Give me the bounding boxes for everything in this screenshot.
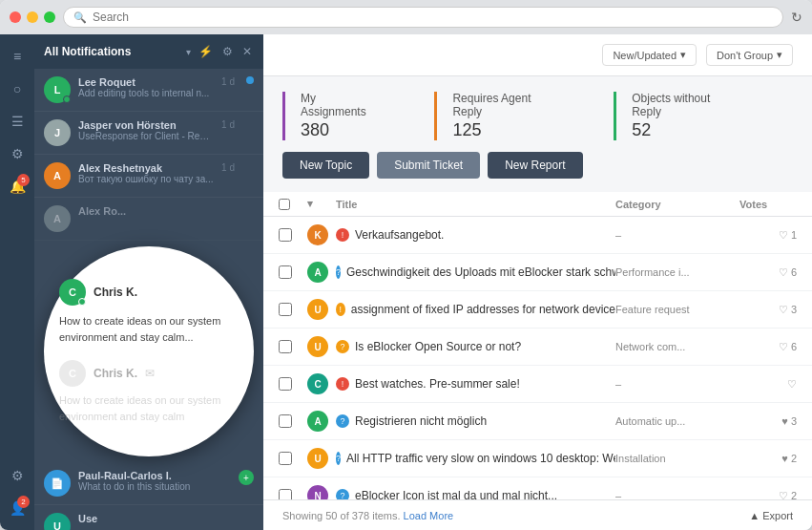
stats-row: My Assignments 380 Requires Agent Reply … xyxy=(263,76,812,152)
stat-without-reply[interactable]: Objects without Reply 52 xyxy=(614,92,764,140)
notif-name-alex: Alex Reshetnyak xyxy=(78,162,214,174)
sidebar-gear-button[interactable]: ⚙ xyxy=(3,461,31,490)
row-checkbox-8[interactable] xyxy=(279,489,292,499)
notif-text-alex: Вот такую ошибку по чату за... xyxy=(78,174,214,184)
unread-dot xyxy=(246,76,254,84)
row-category-7: Installation xyxy=(615,453,739,464)
search-input[interactable] xyxy=(93,11,773,24)
sidebar-home-button[interactable]: ○ xyxy=(3,74,31,103)
row-title-7: ? All HTTP traffic very slow on windows … xyxy=(336,452,615,465)
row-votes-8: ♡ 2 xyxy=(739,490,797,500)
table-header: ▾ Title Category Votes xyxy=(263,192,812,217)
refresh-button[interactable]: ↻ xyxy=(791,10,802,25)
stat-value-noreply: 52 xyxy=(632,120,741,140)
content-topbar: New/Updated ▾ Don't Group ▾ xyxy=(263,34,812,76)
expanded-item-2[interactable]: C Chris K. ✉ xyxy=(59,360,155,387)
row-votes-4: ♡ 6 xyxy=(739,341,797,353)
notif-item-paul[interactable]: 📄 Paul-Raul-Carlos I. What to do in this… xyxy=(34,462,263,505)
notif-bolt-button[interactable]: ⚡ xyxy=(197,43,215,60)
row-avatar-1: K xyxy=(307,224,328,245)
th-filter[interactable]: ▾ xyxy=(307,198,336,210)
row-category-6: Automatic up... xyxy=(615,415,739,427)
minimize-button[interactable] xyxy=(27,11,38,23)
sidebar-settings-button[interactable]: ⚙ xyxy=(3,139,31,168)
row-title-6: ? Registrieren nicht möglich xyxy=(336,414,615,428)
unread-dot-3 xyxy=(246,162,254,170)
row-votes-7: ♥ 2 xyxy=(739,453,797,464)
notifications-panel: All Notifications ▾ ⚡ ⚙ ✕ L Lee Roquet A… xyxy=(34,34,263,530)
row-votes-6: ♥ 3 xyxy=(739,415,797,427)
sidebar-user-button[interactable]: 👤 2 xyxy=(3,494,31,522)
notif-name-paul: Paul-Raul-Carlos I. xyxy=(78,470,227,481)
new-updated-filter[interactable]: New/Updated ▾ xyxy=(602,44,697,66)
stat-label-noreply: Objects without Reply xyxy=(632,92,741,118)
table-row[interactable]: U ! assignment of fixed IP addresses for… xyxy=(263,291,812,329)
email-icon: ✉ xyxy=(145,367,155,380)
maximize-button[interactable] xyxy=(44,11,55,23)
sidebar-bell-button[interactable]: 🔔 5 xyxy=(3,172,31,201)
online-indicator xyxy=(63,95,71,103)
notif-content-paul: Paul-Raul-Carlos I. What to do in this s… xyxy=(78,470,227,492)
avatar-jasper: J xyxy=(44,119,71,146)
expanded-name-1: Chris K. xyxy=(94,286,137,299)
notif-item-jasper[interactable]: J Jasper von Hörsten UseResponse for Cli… xyxy=(34,112,263,155)
notif-item-alexro[interactable]: A Alex Ro... xyxy=(34,198,263,241)
notif-text-paul: What to do in this situation xyxy=(78,481,227,492)
table-row[interactable]: A ? Registrieren nicht möglich Automatic… xyxy=(263,403,812,440)
title-bar: 🔍 ↻ xyxy=(0,0,812,34)
table-row[interactable]: U ? Is eBlocker Open Source or not? Netw… xyxy=(263,329,812,366)
notif-time-jasper: 1 d xyxy=(221,119,235,130)
table-row[interactable]: C ! Best watches. Pre-summer sale! – ♡ xyxy=(263,366,812,403)
footer-info: Showing 50 of 378 items. Load More xyxy=(282,510,453,521)
new-topic-button[interactable]: New Topic xyxy=(282,152,369,179)
notif-item-lee[interactable]: L Lee Roquet Add editing tools to intern… xyxy=(34,69,263,112)
load-more-link[interactable]: Load More xyxy=(404,510,454,521)
close-button[interactable] xyxy=(10,11,21,23)
notif-content-alex: Alex Reshetnyak Вот такую ошибку по чату… xyxy=(78,162,214,184)
row-checkbox-4[interactable] xyxy=(279,340,292,353)
submit-ticket-button[interactable]: Submit Ticket xyxy=(377,152,480,179)
row-votes-2: ♡ 6 xyxy=(739,266,797,279)
stat-requires-reply[interactable]: Requires Agent Reply 125 xyxy=(434,92,585,140)
row-title-8: ? eBlocker Icon ist mal da und mal nicht… xyxy=(336,489,615,499)
sidebar-list-button[interactable]: ☰ xyxy=(3,107,31,136)
search-icon: 🔍 xyxy=(73,11,87,24)
row-checkbox-2[interactable] xyxy=(279,265,292,279)
export-button[interactable]: ▲ Export xyxy=(749,510,793,521)
add-button[interactable]: + xyxy=(239,470,254,485)
notif-settings-button[interactable]: ⚙ xyxy=(220,43,235,60)
row-checkbox-7[interactable] xyxy=(279,452,292,465)
export-arrow: ▲ xyxy=(749,510,760,521)
expanded-text-2: How to create ideas on our system enviro… xyxy=(59,392,239,424)
sidebar-menu-button[interactable]: ≡ xyxy=(3,42,31,71)
new-report-button[interactable]: New Report xyxy=(488,152,582,179)
notif-text-lee: Add editing tools to internal n... xyxy=(78,88,214,98)
row-category-3: Feature request xyxy=(615,304,739,315)
avatar-use: U xyxy=(44,513,71,530)
row-category-8: – xyxy=(615,490,739,499)
notif-close-button[interactable]: ✕ xyxy=(240,43,254,60)
row-checkbox-1[interactable] xyxy=(279,228,292,242)
row-avatar-2: A xyxy=(307,262,328,283)
table-row[interactable]: K ! Verkaufsangebot. – ♡ 1 xyxy=(263,217,812,254)
notif-content-lee: Lee Roquet Add editing tools to internal… xyxy=(78,76,214,98)
row-checkbox-5[interactable] xyxy=(279,377,292,391)
notification-badge: 5 xyxy=(17,174,30,186)
th-votes: Votes xyxy=(739,198,797,210)
notif-name-alexro: Alex Ro... xyxy=(78,205,254,217)
stat-my-assignments[interactable]: My Assignments 380 xyxy=(282,92,406,140)
dont-group-btn[interactable]: Don't Group ▾ xyxy=(706,44,793,66)
expanded-item-1[interactable]: C Chris K. xyxy=(59,279,137,306)
expanded-name-2: Chris K. xyxy=(94,367,137,380)
select-all-checkbox[interactable] xyxy=(279,199,290,210)
dropdown-arrow: ▾ xyxy=(186,47,191,57)
row-checkbox-3[interactable] xyxy=(279,303,292,316)
table-row[interactable]: A ? Geschwindigkeit des Uploads mit eBlo… xyxy=(263,254,812,291)
row-votes-3: ♡ 3 xyxy=(739,304,797,316)
table-row[interactable]: U ? All HTTP traffic very slow on window… xyxy=(263,440,812,477)
row-checkbox-6[interactable] xyxy=(279,414,292,428)
expanded-content-2: Chris K. xyxy=(94,367,137,380)
notif-item-use[interactable]: U Use xyxy=(34,505,263,530)
table-row[interactable]: N ? eBlocker Icon ist mal da und mal nic… xyxy=(263,477,812,499)
notif-item-alex[interactable]: A Alex Reshetnyak Вот такую ошибку по ча… xyxy=(34,155,263,198)
